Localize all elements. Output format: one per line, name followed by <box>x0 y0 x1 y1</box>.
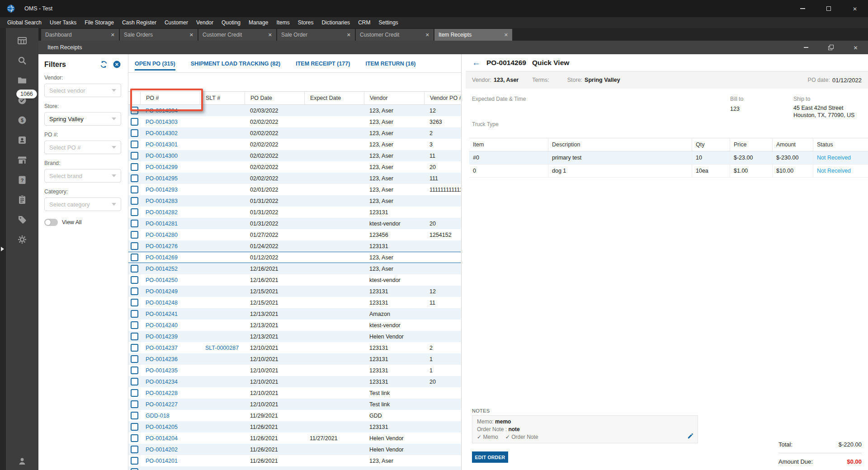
edit-order-button[interactable]: EDIT ORDER <box>472 451 508 463</box>
table-row[interactable]: PO-001422812/10/2021Test link <box>128 387 461 399</box>
table-row[interactable]: PO-001427601/24/2022123131 <box>128 240 461 252</box>
sidebar-expander-icon[interactable] <box>1 247 4 251</box>
po-number-link[interactable]: PO-0014235 <box>140 367 200 374</box>
tab-item-receipts[interactable]: Item Receipts <box>434 29 512 41</box>
table-row[interactable]: PO-001425212/16/2021123, Aser <box>128 263 461 274</box>
search-icon[interactable] <box>17 55 28 66</box>
table-row[interactable]: PO-001429902/02/2022123, Aser20 <box>128 161 461 173</box>
menu-item-items[interactable]: Items <box>272 19 293 26</box>
tab-close-icon[interactable] <box>268 32 272 38</box>
inner-close-button[interactable] <box>843 41 868 54</box>
row-checkbox[interactable] <box>131 242 138 250</box>
filter-select-po[interactable]: Select PO # <box>44 141 121 154</box>
filter-select-vendor[interactable]: Select vendor <box>44 84 121 97</box>
table-row[interactable]: PO-001424012/13/2021ktest-vendor <box>128 320 461 331</box>
row-checkbox[interactable] <box>131 310 138 318</box>
po-number-link[interactable]: PO-0014228 <box>140 390 200 396</box>
table-row[interactable]: PO-001420411/26/202111/27/2021Helen Vend… <box>128 432 461 444</box>
po-number-link[interactable]: PO-0014240 <box>140 322 200 329</box>
status-cell[interactable]: Not Received <box>813 151 868 164</box>
po-number-link[interactable]: PO-0014303 <box>140 119 200 125</box>
view-all-toggle[interactable] <box>44 219 58 226</box>
filter-select-brand[interactable]: Select brand <box>44 169 121 183</box>
row-checkbox[interactable] <box>131 389 138 397</box>
menu-item-settings[interactable]: Settings <box>374 19 402 26</box>
table-row[interactable]: PO-001420511/26/2021123131 <box>128 421 461 432</box>
table-row[interactable]: PO-001430402/03/2022123, Aser12 <box>128 105 461 116</box>
row-checkbox[interactable] <box>131 355 138 363</box>
po-number-link[interactable]: PO-0014227 <box>140 401 200 408</box>
po-number-link[interactable]: GDD-018 <box>140 413 200 419</box>
po-number-link[interactable]: PO-0014301 <box>140 141 200 148</box>
tab-close-icon[interactable] <box>111 32 115 38</box>
edit-notes-pencil-icon[interactable] <box>687 432 694 439</box>
menu-item-user-tasks[interactable]: User Tasks <box>46 19 80 26</box>
row-checkbox[interactable] <box>131 141 138 148</box>
window-maximize-button[interactable] <box>816 0 842 17</box>
tab-sale-orders[interactable]: Sale Orders <box>120 29 198 41</box>
po-number-link[interactable]: PO-0014300 <box>140 153 200 159</box>
table-row[interactable]: PO-001424112/13/2021Amazon <box>128 308 461 320</box>
row-checkbox[interactable] <box>131 186 138 193</box>
po-number-link[interactable]: PO-0014236 <box>140 356 200 362</box>
menu-item-file-storage[interactable]: File Storage <box>80 19 118 26</box>
row-checkbox[interactable] <box>131 457 138 465</box>
row-checkbox[interactable] <box>131 118 138 126</box>
table-row[interactable]: PO-001428001/27/20221234561254152 <box>128 229 461 240</box>
folder-icon[interactable] <box>17 75 28 86</box>
menu-item-dictionaries[interactable]: Dictionaries <box>317 19 354 26</box>
tab-dashboard[interactable]: Dashboard <box>41 29 119 41</box>
row-checkbox[interactable] <box>131 299 138 306</box>
menu-item-quoting[interactable]: Quoting <box>217 19 245 26</box>
po-number-link[interactable]: PO-0014276 <box>140 243 200 249</box>
po-number-link[interactable]: PO-0014248 <box>140 300 200 306</box>
tab-customer-credit[interactable]: Customer Credit <box>356 29 434 41</box>
po-number-link[interactable]: PO-0014201 <box>140 458 200 464</box>
po-number-link[interactable]: PO-0014280 <box>140 232 200 238</box>
table-row[interactable]: GDD-01811/29/2021GDD <box>128 410 461 421</box>
back-arrow-icon[interactable] <box>472 58 481 68</box>
table-row[interactable]: PO-001424812/15/202112313111 <box>128 297 461 308</box>
table-row[interactable]: PO-001423612/10/20211231311 <box>128 353 461 365</box>
row-checkbox[interactable] <box>131 220 138 227</box>
column-header-vendor[interactable]: Vendor <box>364 92 424 104</box>
po-tab-shipment-load-tracking-82[interactable]: SHIPMENT LOAD TRACKING (82) <box>191 54 281 72</box>
row-checkbox[interactable] <box>131 265 138 273</box>
table-row[interactable]: PO-001420111/26/2021123, Aser <box>128 455 461 466</box>
po-number-link[interactable]: PO-0014302 <box>140 130 200 136</box>
menu-item-vendor[interactable]: Vendor <box>192 19 217 26</box>
slt-number-link[interactable]: SLT-0000287 <box>200 345 245 351</box>
inner-restore-button[interactable] <box>818 41 843 54</box>
po-number-link[interactable]: PO-0014282 <box>140 209 200 216</box>
table-row[interactable]: PO-001429302/01/2022123, Aser11111111111… <box>128 184 461 195</box>
row-checkbox[interactable] <box>131 378 138 385</box>
row-checkbox[interactable] <box>131 107 138 114</box>
table-row[interactable]: PO-001430002/02/2022123, Aser11 <box>128 150 461 161</box>
table-row[interactable]: PO-001424912/15/202112313112 <box>128 286 461 297</box>
menu-item-manage[interactable]: Manage <box>245 19 272 26</box>
menu-item-stores[interactable]: Stores <box>294 19 318 26</box>
po-number-link[interactable]: PO-0014293 <box>140 187 200 193</box>
row-checkbox[interactable] <box>131 344 138 352</box>
row-checkbox[interactable] <box>131 287 138 295</box>
clipboard-question-icon[interactable]: ? <box>17 174 28 185</box>
row-checkbox[interactable] <box>131 423 138 431</box>
po-number-link[interactable]: PO-0014239 <box>140 334 200 340</box>
column-header-po-date[interactable]: PO Date <box>245 92 304 104</box>
tab-customer-credit[interactable]: Customer Credit <box>198 29 276 41</box>
tab-close-icon[interactable] <box>189 32 193 38</box>
inner-minimize-button[interactable] <box>793 41 818 54</box>
table-row[interactable]: PO-001423412/10/202112313120 <box>128 376 461 387</box>
dashboard-icon[interactable] <box>17 35 28 46</box>
po-number-link[interactable]: PO-0014237 <box>140 345 200 351</box>
po-number-link[interactable]: PO-0014283 <box>140 198 200 204</box>
table-row[interactable]: PO-001420211/26/2021Helen Vendor <box>128 444 461 455</box>
row-checkbox[interactable] <box>131 129 138 137</box>
settings-gear-icon[interactable] <box>17 234 28 245</box>
po-number-link[interactable]: PO-0014304 <box>140 108 200 114</box>
row-checkbox[interactable] <box>131 276 138 284</box>
row-checkbox[interactable] <box>131 231 138 239</box>
row-checkbox[interactable] <box>131 412 138 419</box>
table-row[interactable]: PO-001428301/31/2022123, Aser <box>128 195 461 207</box>
row-checkbox[interactable] <box>131 197 138 205</box>
